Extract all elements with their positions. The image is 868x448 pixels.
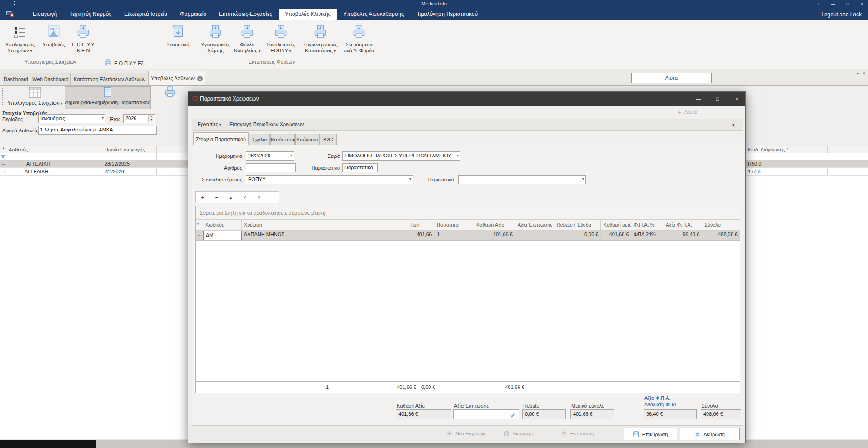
year-stepper[interactable]: 2026 ▴▾	[123, 114, 155, 123]
patient-row-1[interactable]: → ΑΓΓΕΛΙΚΗ 28/12/2025	[0, 160, 188, 168]
tab-dashboard[interactable]: Dashboard	[3, 73, 29, 85]
edit-row-button[interactable]: ▴	[224, 192, 238, 203]
chevron-down-icon[interactable]: ▾	[857, 71, 859, 76]
remove-row-button[interactable]: −	[210, 192, 224, 203]
patient-row-2-right[interactable]: 177.8	[746, 168, 868, 176]
total-cell[interactable]: 498,06 €	[702, 231, 740, 240]
minimize-icon[interactable]: —	[827, 0, 839, 8]
filter-icon-cell[interactable]	[0, 153, 6, 160]
edit-discount-button[interactable]	[507, 410, 519, 418]
dropdown-icon[interactable]: ▾	[582, 177, 584, 181]
app-icon[interactable]	[5, 10, 15, 20]
col-header-fpa-pct[interactable]: Φ.Π.Α. %	[631, 220, 663, 230]
ribbon-health-map-button[interactable]: Υγειονομικός Χάρτης	[199, 24, 232, 64]
vat-analysis-link-line1[interactable]: Αξία Φ.Π.Α.	[644, 395, 670, 401]
next-column-header[interactable]	[828, 146, 868, 153]
ribbon-eopyy-ken-button[interactable]: Ε.Ο.Π.Υ.Υ Κ.Ε.Ν	[68, 24, 98, 64]
admission-column-header[interactable]: Ημ/νία Εισαγωγής	[102, 146, 157, 153]
period-combobox[interactable]: Ιανουάριος ▾	[38, 114, 105, 123]
create-document-button[interactable]: Δημιουργία/Ενημέρωση Παραστατικού	[65, 86, 151, 109]
dropdown-icon[interactable]: ▾	[409, 177, 411, 181]
ribbon-calc-button[interactable]: Υπολογισμός Στοιχείων ▾	[1, 24, 39, 64]
diagnosis-cell[interactable]: 177.8	[746, 168, 828, 175]
totals-discount-box[interactable]	[453, 409, 519, 419]
ribbon-accompanying-button[interactable]: Συνοδευτικές ΕΟΠΥΥ ▾	[263, 24, 299, 64]
patient-column-header[interactable]: Ασθενής	[6, 146, 102, 153]
patient-name-cell[interactable]: ΑΓΓΕΛΙΚΗ	[6, 160, 102, 167]
col-header-kathari-axia[interactable]: Καθαρή Αξία	[474, 220, 515, 230]
ribbon-submissions-button[interactable]: HL7 Υποβολές	[40, 24, 67, 64]
col-header-timi[interactable]: Τιμή	[407, 220, 434, 230]
tab-katastasi[interactable]: Κατάσταση	[270, 134, 295, 145]
dialog-lista-button[interactable]: Λίστα	[677, 109, 697, 115]
commit-row-button[interactable]: ✓	[238, 192, 252, 203]
partner-combobox[interactable]: ΕΟΠΥΥ ▾	[246, 175, 413, 184]
discount-cell[interactable]	[515, 231, 554, 240]
doc-field[interactable]: Παραστατικό	[342, 163, 378, 172]
filter-cell[interactable]	[6, 153, 102, 160]
patients-field[interactable]: Έλληνες Ασφαλισμένοι με ΑΜΚΑ	[38, 126, 157, 135]
strip-close-icon[interactable]: ×	[863, 71, 865, 76]
menu-item-timologisi-peristatikou[interactable]: Τιμολόγηση Περιστατικού	[410, 9, 484, 20]
menu-item-ektyposeis-ergasies[interactable]: Εκτυπώσεις-Εργασίες	[213, 9, 279, 20]
confirm-button[interactable]: Επικύρωση	[624, 428, 677, 440]
vat-amount-cell[interactable]: 96,40 €	[663, 231, 702, 240]
partial-toolbar-button[interactable]	[153, 86, 187, 109]
charge-row[interactable]: → ΔΜ ΔΑΠΑΝΗ ΜΗΝΟΣ 401,66 1 401,66 € 0,00…	[196, 231, 740, 241]
logout-and-lock[interactable]: Logout and Lock	[821, 11, 862, 18]
ergasies-menu[interactable]: Εργασίες ▾	[198, 121, 221, 127]
date-picker[interactable]: 26/2/2026 ▾	[246, 151, 294, 161]
ribbon-statistics-button[interactable]: Στατιστική	[158, 24, 198, 64]
tab-stoixeia-parastatikou[interactable]: Στοιχεία Παραστατικού	[193, 132, 249, 145]
covered-column-header[interactable]	[157, 146, 188, 153]
delete-button[interactable]: Διαγραφή	[504, 430, 534, 436]
menu-item-exoterika-iatreia[interactable]: Εξωτερικά Ιατρεία	[118, 9, 174, 20]
net-after-cell[interactable]: 401,66 €	[601, 231, 631, 240]
print-button[interactable]: Εκτύπωση	[561, 430, 594, 436]
series-combobox[interactable]: ΤΙΜΟΛΟΓΙΟ ΠΑΡΟΧΗΣ ΥΠΗΡΕΣΙΩΝ ΤΑΜΕΙΟΥ ▾	[342, 151, 460, 161]
code-cell[interactable]: ΔΜ	[203, 231, 242, 240]
menu-item-ypovoles-aimokatharsis[interactable]: Υποβολές Αιμοκάθαρσης	[337, 9, 410, 20]
cancel-button[interactable]: Ακύρωση	[680, 428, 740, 440]
window-style-icon[interactable]: ▫	[813, 0, 824, 8]
col-header-xreosi[interactable]: Χρέωση	[242, 220, 407, 230]
tab-ypoloipo[interactable]: Υπόλοιπο	[295, 134, 319, 145]
menu-item-farmakeio[interactable]: Φαρμακείο	[174, 9, 213, 20]
periodic-charges-menu[interactable]: Εισαγωγή Περιοδικών Χρεώσεων	[229, 121, 304, 127]
patients-grid-filter-row[interactable]	[0, 153, 188, 160]
tab-close-icon[interactable]: ×	[197, 76, 203, 81]
tab-b2g[interactable]: B2G	[319, 134, 337, 145]
tab-ypovoles-asthenon[interactable]: Υποβολές Ασθενών×	[148, 71, 205, 85]
menustrip-overflow-icon[interactable]: ▾	[732, 122, 735, 128]
maximize-icon[interactable]: □	[842, 0, 853, 8]
close-icon[interactable]: ×	[856, 0, 868, 8]
ribbon-eopyy-ex-button[interactable]: Ε.Ο.Π.Υ.Υ Εξ.	[105, 59, 145, 67]
patient-row-1-right[interactable]: R50.0	[746, 160, 868, 168]
calc-elements-button[interactable]: Υπολογισμός Στοιχείων ▾	[6, 86, 64, 109]
group-by-panel[interactable]: Σύρετε μια Στήλη για να ομαδοποιήσετε σύ…	[196, 206, 740, 219]
ribbon-aggregate-button[interactable]: Συγκεντρωτικές Καταστάσεις ▾	[300, 24, 341, 64]
col-header-kodikos[interactable]: Κωδικός	[203, 220, 242, 230]
dialog-titlebar[interactable]: Παραστατικά Χρεώσεων — □ ×	[188, 92, 745, 106]
admission-date-cell[interactable]: 28/12/2025	[102, 160, 157, 167]
col-header-synolo[interactable]: Σύνολο	[702, 220, 740, 230]
col-header-posotita[interactable]: Ποσότητα	[434, 220, 474, 230]
lista-button[interactable]: Λίστα	[631, 73, 712, 83]
patient-row-2[interactable]: → ΑΓΓΕΛΙΚΗ 2/1/2026	[0, 168, 188, 176]
spinner-icons[interactable]: ▴▾	[148, 115, 154, 122]
tab-katastasi-exetaseon[interactable]: Κατάσταση Εξετάσεων Ασθενών	[72, 73, 147, 85]
patients-grid-filter-right[interactable]	[746, 153, 868, 160]
col-header-axia-ekptosis[interactable]: Αξία Έκπτωσης	[515, 220, 554, 230]
dialog-close-icon[interactable]: ×	[729, 92, 744, 106]
dialog-minimize-icon[interactable]: —	[691, 92, 706, 106]
tab-sxolia[interactable]: Σχόλια	[249, 134, 270, 145]
price-cell[interactable]: 401,66	[407, 231, 434, 240]
vat-pct-cell[interactable]: ΦΠΑ 24%	[631, 231, 663, 240]
col-header-kathari-meta[interactable]: Καθαρή μετά τ	[601, 220, 631, 230]
col-header-rebate[interactable]: Rebate / Έξοδα	[554, 220, 601, 230]
case-combobox[interactable]: ▾	[458, 175, 586, 184]
admission-date-cell[interactable]: 2/1/2026	[102, 168, 157, 175]
tab-web-dashboard[interactable]: Web Dashboard	[30, 73, 71, 85]
dropdown-icon[interactable]: ▾	[102, 116, 104, 120]
number-field[interactable]	[246, 163, 296, 172]
